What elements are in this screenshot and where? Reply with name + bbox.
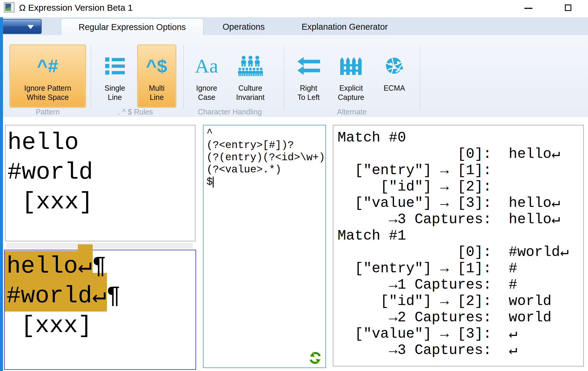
ribbon-tab-row: Regular Expression Options Operations Ex… (0, 17, 588, 35)
right-to-left-button[interactable]: Right To Left (289, 45, 328, 108)
plain-line: [xxx] (5, 311, 196, 341)
button-label: Invariant (236, 93, 265, 102)
window-title: Ω Expression Version Beta 1 (19, 0, 133, 17)
window-border-left (0, 17, 3, 371)
button-label: White Space (24, 93, 71, 102)
group-label-rules: . ^ $ Rules (94, 108, 176, 115)
explicit-capture-button[interactable]: Explicit Capture (330, 45, 372, 108)
match-results-text: Match #0 [0]: hello↵ ["entry"] → [1]: ["… (333, 125, 583, 359)
regex-pattern-box[interactable]: ^ (?<entry>[#])? (?(entry)(?<id>\w+)) (?… (203, 125, 326, 368)
group-separator (420, 45, 420, 109)
matched-text: hello (7, 253, 78, 280)
ecma-button[interactable]: ECMA (374, 45, 415, 108)
globe-icon (385, 48, 404, 84)
group-label-alternate: Alternate (289, 108, 415, 115)
button-label: Multi (149, 84, 165, 93)
matched-text: #world (7, 282, 92, 309)
list-icon (105, 48, 125, 84)
group-label-character-handling: Character Handling (187, 108, 272, 115)
multi-line-button[interactable]: ^$ Multi Line (137, 45, 176, 108)
maximize-button[interactable] (565, 4, 571, 11)
titlebar: Ω Expression Version Beta 1 (0, 0, 588, 17)
app-icon-image (5, 4, 11, 11)
button-label: Line (149, 93, 165, 102)
text-caret (213, 177, 214, 188)
double-left-arrow-icon (297, 48, 320, 84)
button-label: Explicit (338, 84, 364, 93)
caret-dollar-icon: ^$ (146, 48, 168, 84)
ignore-case-button[interactable]: Aa Ignore Case (187, 45, 226, 108)
application-menu-button[interactable] (2, 19, 42, 34)
ignore-pattern-white-space-button[interactable]: ^# Ignore Pattern White Space (10, 45, 86, 108)
tab-operations[interactable]: Operations (205, 18, 282, 35)
caret-hash-icon: ^# (37, 48, 59, 84)
match-results-box[interactable]: Match #0 [0]: hello↵ ["entry"] → [1]: ["… (333, 125, 584, 367)
button-label: Ignore (196, 84, 217, 93)
refresh-button[interactable] (309, 351, 322, 364)
newline-mark: ↵ (78, 253, 92, 280)
group-label-pattern: Pattern (10, 108, 86, 115)
regex-pattern-text: ^ (?<entry>[#])? (?(entry)(?<id>\w+)) (?… (204, 125, 325, 188)
button-label: Line (105, 93, 125, 102)
app-icon (4, 2, 15, 12)
newline-mark: ↵ (92, 282, 106, 309)
group-separator (183, 45, 184, 109)
button-label: Culture (236, 84, 265, 93)
chevron-down-icon (27, 25, 34, 29)
button-label: Right (297, 84, 320, 93)
culture-invariant-button[interactable]: Culture Invariant (228, 45, 272, 108)
button-label: Ignore Pattern (24, 84, 71, 93)
highlighted-line: #world↵¶ (5, 281, 196, 311)
app-icon-page (11, 4, 13, 11)
single-line-button[interactable]: Single Line (94, 45, 135, 108)
tab-regular-expression-options[interactable]: Regular Expression Options (61, 18, 204, 35)
input-text-box[interactable]: hello #world [xxx] (5, 125, 196, 241)
ribbon: ^# Ignore Pattern White Space Single Lin… (0, 35, 588, 117)
input-text: hello #world [xxx] (6, 125, 195, 217)
fence-icon (340, 48, 362, 84)
letter-case-icon: Aa (195, 48, 218, 84)
button-label: Case (196, 93, 217, 102)
tab-explanation-generator[interactable]: Explanation Generator (282, 18, 407, 35)
group-separator (284, 45, 284, 109)
highlighted-text-box[interactable]: hello↵¶ #world↵¶ [xxx] (4, 250, 196, 370)
pilcrow-mark: ¶ (92, 253, 106, 280)
button-label: Capture (338, 93, 364, 102)
button-label: ECMA (384, 84, 405, 93)
button-label: Single (105, 84, 125, 93)
minimize-button[interactable] (524, 8, 532, 9)
group-separator (91, 45, 91, 109)
highlighted-line: hello↵¶ (5, 251, 196, 281)
people-group-icon (237, 48, 264, 84)
horizontal-scrollbar[interactable] (7, 243, 193, 249)
button-label: To Left (297, 93, 320, 102)
pilcrow-mark: ¶ (106, 282, 121, 309)
